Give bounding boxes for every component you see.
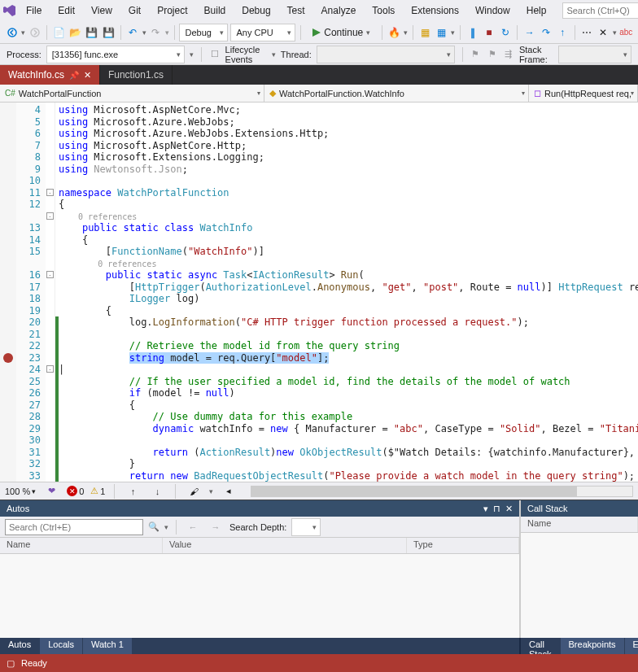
autos-panel: Autos ▾ ⊓ ✕ 🔍▾ ← → Search Depth: Name Va… <box>0 500 521 638</box>
nav-type-dropdown[interactable]: ◆ WatchPortalFunction.WatchInfo <box>264 85 529 102</box>
threads-icon[interactable]: ⇶ <box>503 46 514 63</box>
tab-breakpoints[interactable]: Breakpoints <box>561 638 625 654</box>
tab-watch1[interactable]: Watch 1 <box>83 638 133 654</box>
redo-icon[interactable]: ↷ <box>149 24 163 41</box>
error-count[interactable]: ✕ 0 <box>67 486 84 496</box>
autos-title-label: Autos <box>7 504 29 513</box>
zoom-level[interactable]: 100 % ▾ <box>5 487 36 496</box>
flag-icon[interactable]: ⚑ <box>470 46 481 63</box>
menu-test[interactable]: Test <box>281 2 312 19</box>
open-icon[interactable]: 📂 <box>68 24 82 41</box>
pin-icon[interactable]: 📌 <box>69 71 79 80</box>
menu-help[interactable]: Help <box>520 2 553 19</box>
search-icon[interactable]: 🔍 <box>148 521 160 532</box>
scroll-left-icon[interactable]: ◂ <box>220 482 238 500</box>
menu-analyze[interactable]: Analyze <box>315 2 363 19</box>
nav-up-icon[interactable]: ↑ <box>124 482 142 500</box>
tab-locals[interactable]: Locals <box>40 638 83 654</box>
autos-search-input[interactable] <box>5 519 143 535</box>
nav-down-icon[interactable]: ↓ <box>148 482 166 500</box>
platform-dropdown[interactable]: Any CPU <box>230 24 295 41</box>
tool-x-icon[interactable]: ✕ <box>596 24 610 41</box>
menu-git[interactable]: Git <box>122 2 147 19</box>
nav-project-dropdown[interactable]: C# WatchPortalFunction <box>0 85 264 102</box>
lifecycle-icon[interactable]: ☐ <box>208 46 220 63</box>
step-over-icon[interactable]: ↷ <box>539 24 553 41</box>
tab-function1[interactable]: Function1.cs <box>100 65 173 85</box>
svg-point-1 <box>31 28 39 37</box>
bottom-tabstrips: Autos Locals Watch 1 Call Stack Breakpoi… <box>0 638 638 654</box>
breakpoint-icon[interactable] <box>3 353 13 363</box>
col-name[interactable]: Name <box>0 538 163 553</box>
menu-window[interactable]: Window <box>469 2 517 19</box>
warning-count[interactable]: ⚠ 1 <box>90 486 105 496</box>
status-text: Ready <box>21 658 47 668</box>
menu-debug[interactable]: Debug <box>235 2 277 19</box>
overflow-icon[interactable]: ⋯ <box>579 24 593 41</box>
code-area[interactable]: using Microsoft.AspNetCore.Mvc;using Mic… <box>59 103 638 482</box>
back-icon[interactable] <box>5 24 19 41</box>
col-type[interactable]: Type <box>407 538 519 553</box>
stackframe-dropdown[interactable] <box>558 46 631 63</box>
pause-icon[interactable]: ‖ <box>465 24 479 41</box>
menu-project[interactable]: Project <box>151 2 194 19</box>
tab-callstack[interactable]: Call Stack <box>521 638 561 654</box>
depth-dropdown[interactable] <box>291 518 321 536</box>
bottom-panels: Autos ▾ ⊓ ✕ 🔍▾ ← → Search Depth: Name Va… <box>0 500 638 638</box>
autos-tabstrip: Autos Locals Watch 1 <box>0 638 521 654</box>
close-icon[interactable]: ✕ <box>505 504 513 514</box>
glyph-margin[interactable] <box>0 103 16 482</box>
method-icon: ◻ <box>534 88 541 98</box>
restart-icon[interactable]: ↻ <box>498 24 512 41</box>
forward-icon[interactable] <box>28 24 42 41</box>
flag2-icon[interactable]: ⚑ <box>487 46 498 63</box>
hot-reload-icon[interactable]: 🔥 <box>387 24 401 41</box>
autos-body[interactable] <box>0 554 519 638</box>
panel-dropdown-icon[interactable]: ▾ <box>483 504 488 514</box>
thread-dropdown[interactable] <box>317 46 455 63</box>
pin-icon[interactable]: ⊓ <box>493 504 500 514</box>
save-all-icon[interactable]: 💾 <box>101 24 115 41</box>
horizontal-scrollbar[interactable] <box>251 486 633 497</box>
svg-point-0 <box>8 28 16 37</box>
global-search-input[interactable] <box>562 2 638 19</box>
tab-exceptions[interactable]: Exce <box>625 638 638 654</box>
output-icon[interactable]: ▢ <box>7 658 15 669</box>
standard-toolbar: ▾ 📄 📂 💾 💾 ↶▾ ↷▾ Debug Any CPU Continue ▾… <box>0 21 638 44</box>
tab-autos[interactable]: Autos <box>0 638 40 654</box>
menu-tools[interactable]: Tools <box>365 2 401 19</box>
tab-watchinfo[interactable]: WatchInfo.cs 📌 ✕ <box>0 65 100 85</box>
undo-icon[interactable]: ↶ <box>125 24 139 41</box>
save-icon[interactable]: 💾 <box>85 24 98 41</box>
nav-member-dropdown[interactable]: ◻ Run(HttpRequest req, <box>529 85 638 102</box>
col-name[interactable]: Name <box>521 517 638 532</box>
tool-icon-2[interactable]: ▦ <box>435 24 448 41</box>
health-icon[interactable]: ❤ <box>42 482 60 500</box>
menu-extensions[interactable]: Extensions <box>404 2 465 19</box>
col-value[interactable]: Value <box>163 538 407 553</box>
menu-build[interactable]: Build <box>198 2 233 19</box>
stop-icon[interactable]: ■ <box>482 24 496 41</box>
menu-file[interactable]: File <box>20 2 48 19</box>
callstack-tabstrip: Call Stack Breakpoints Exce <box>521 638 638 654</box>
tool-icon[interactable]: ▦ <box>418 24 432 41</box>
close-icon[interactable]: ✕ <box>84 70 91 81</box>
brush-icon[interactable]: 🖌 <box>185 482 203 500</box>
menu-view[interactable]: View <box>85 2 119 19</box>
search-fwd-icon[interactable]: → <box>207 518 225 536</box>
outlining-margin[interactable]: ---- <box>46 103 55 482</box>
configuration-dropdown[interactable]: Debug <box>179 24 228 41</box>
step-out-icon[interactable]: ↑ <box>556 24 570 41</box>
abc-icon[interactable]: abc <box>619 24 633 41</box>
autos-headers: Name Value Type <box>0 538 519 554</box>
new-file-icon[interactable]: 📄 <box>52 24 66 41</box>
callstack-title-label: Call Stack <box>527 504 568 513</box>
menu-edit[interactable]: Edit <box>51 2 81 19</box>
class-icon: ◆ <box>269 88 276 98</box>
search-back-icon[interactable]: ← <box>184 518 202 536</box>
callstack-body[interactable] <box>521 533 638 638</box>
continue-button[interactable]: Continue ▾ <box>306 24 377 41</box>
global-search <box>562 2 638 19</box>
step-into-icon[interactable]: → <box>522 24 536 41</box>
process-dropdown[interactable]: [31356] func.exe <box>46 46 185 63</box>
